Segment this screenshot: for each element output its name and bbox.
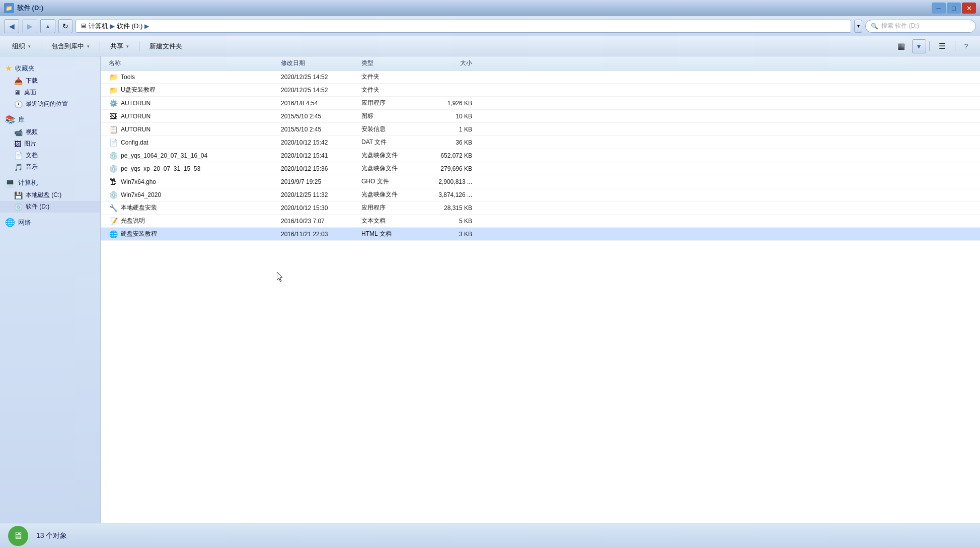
file-size-cell: 1 KB: [422, 126, 482, 133]
file-name-cell: 🌐 硬盘安装教程: [105, 230, 281, 239]
include-chevron: ▾: [87, 44, 90, 49]
statusbar: 🖥 13 个对象: [0, 523, 980, 548]
sidebar-item-downloads[interactable]: 📥 下载: [0, 75, 100, 87]
file-type-icon: 🖼: [109, 112, 118, 121]
software-disk-label: 软件 (D:): [26, 202, 49, 211]
file-rows-container: 📁 Tools 2020/12/25 14:52 文件夹 📁 U盘安装教程 20…: [101, 71, 980, 241]
toolbar-sep1: [41, 41, 41, 51]
sidebar-computer-section: 💻 计算机 💾 本地磁盘 (C:) 💿 软件 (D:): [0, 176, 100, 213]
forward-button[interactable]: ▶: [22, 19, 37, 33]
file-type-icon: 💿: [109, 190, 118, 199]
sidebar-favorites-header[interactable]: ★ 收藏夹: [0, 61, 100, 75]
file-size-cell: 3,874,126 ...: [422, 191, 482, 198]
minimize-button[interactable]: ─: [932, 3, 946, 14]
sidebar-library-header[interactable]: 📚 库: [0, 113, 100, 126]
back-button[interactable]: ◀: [4, 19, 19, 33]
close-button[interactable]: ✕: [962, 3, 976, 14]
table-row[interactable]: 📋 AUTORUN 2015/5/10 2:45 安装信息 1 KB: [101, 123, 980, 136]
file-date-cell: 2020/10/12 15:42: [281, 139, 361, 146]
organize-button[interactable]: 组织 ▾: [6, 39, 37, 54]
file-name-cell: 💿 pe_yqs_1064_20_07_31_16_04: [105, 151, 281, 160]
library-icon: 📚: [5, 115, 15, 124]
table-row[interactable]: 🔧 本地硬盘安装 2020/10/12 15:30 应用程序 28,315 KB: [101, 201, 980, 215]
table-row[interactable]: 🌐 硬盘安装教程 2016/11/21 22:03 HTML 文档 3 KB: [101, 228, 980, 241]
view-dropdown-button[interactable]: ▾: [912, 39, 926, 53]
file-type-cell: 应用程序: [361, 203, 422, 212]
file-type-cell: 光盘映像文件: [361, 190, 422, 199]
file-type-cell: GHO 文件: [361, 177, 422, 186]
sidebar-computer-header[interactable]: 💻 计算机: [0, 176, 100, 189]
help-label: ?: [964, 42, 968, 50]
window-icon: 📁: [4, 3, 14, 13]
sidebar-item-videos[interactable]: 📹 视频: [0, 126, 100, 138]
include-button[interactable]: 包含到库中 ▾: [45, 39, 96, 54]
col-header-name[interactable]: 名称: [105, 59, 281, 67]
sidebar-item-music[interactable]: 🎵 音乐: [0, 161, 100, 173]
table-row[interactable]: 📁 Tools 2020/12/25 14:52 文件夹: [101, 71, 980, 84]
file-name: AUTORUN: [121, 113, 150, 120]
table-row[interactable]: 🗜 Win7x64.gho 2019/9/7 19:25 GHO 文件 2,90…: [101, 175, 980, 188]
file-size-cell: 2,900,813 ...: [422, 178, 482, 185]
details-view-button[interactable]: ☰: [933, 39, 952, 54]
search-icon: 🔍: [871, 23, 878, 30]
table-row[interactable]: 🖼 AUTORUN 2015/5/10 2:45 图标 10 KB: [101, 110, 980, 123]
up-button[interactable]: ▲: [40, 19, 55, 33]
file-date-cell: 2020/12/25 14:52: [281, 87, 361, 94]
table-row[interactable]: 💿 pe_yqs_1064_20_07_31_16_04 2020/10/12 …: [101, 149, 980, 162]
file-date-cell: 2016/11/21 22:03: [281, 231, 361, 238]
downloads-label: 下载: [26, 77, 38, 85]
share-button[interactable]: 共享 ▾: [104, 39, 135, 54]
file-type-cell: 文本文档: [361, 217, 422, 225]
file-type-icon: 🌐: [109, 230, 118, 239]
status-count: 13 个对象: [36, 531, 67, 540]
table-row[interactable]: 💿 pe_yqs_xp_20_07_31_15_53 2020/10/12 15…: [101, 162, 980, 175]
new-folder-label: 新建文件夹: [149, 42, 182, 51]
address-path[interactable]: 🖥 计算机 ▶ 软件 (D:) ▶: [76, 20, 851, 33]
table-row[interactable]: 📄 Config.dat 2020/10/12 15:42 DAT 文件 36 …: [101, 136, 980, 149]
file-name-cell: 🔧 本地硬盘安装: [105, 203, 281, 213]
toolbar-sep4: [929, 41, 930, 51]
pictures-label: 图片: [24, 140, 36, 148]
downloads-icon: 📥: [14, 77, 23, 85]
filelist-header: 名称 修改日期 类型 大小: [101, 56, 980, 71]
docs-label: 文档: [26, 151, 38, 160]
maximize-button[interactable]: □: [947, 3, 961, 14]
file-type-icon: 📝: [109, 217, 118, 226]
software-disk-icon: 💿: [14, 203, 23, 211]
table-row[interactable]: ⚙️ AUTORUN 2016/1/8 4:54 应用程序 1,926 KB: [101, 97, 980, 110]
sidebar-network-header[interactable]: 🌐 网络: [0, 216, 100, 229]
file-name: Config.dat: [121, 139, 148, 146]
file-name-cell: 📄 Config.dat: [105, 138, 281, 147]
file-type-icon: 📁: [109, 73, 118, 82]
help-button[interactable]: ?: [958, 39, 974, 54]
sidebar-item-docs[interactable]: 📄 文档: [0, 150, 100, 161]
sidebar-item-local-disk[interactable]: 💾 本地磁盘 (C:): [0, 189, 100, 201]
col-header-type[interactable]: 类型: [361, 59, 422, 67]
search-box[interactable]: 🔍 搜索 软件 (D:): [865, 20, 976, 33]
sidebar-item-desktop[interactable]: 🖥 桌面: [0, 87, 100, 98]
file-name: 硬盘安装教程: [121, 230, 157, 238]
address-dropdown[interactable]: ▾: [854, 20, 862, 33]
table-row[interactable]: 💿 Win7x64_2020 2020/12/25 11:32 光盘映像文件 3…: [101, 188, 980, 201]
videos-icon: 📹: [14, 128, 23, 136]
col-header-date[interactable]: 修改日期: [281, 59, 361, 67]
refresh-button[interactable]: ↻: [58, 19, 72, 33]
organize-label: 组织: [12, 42, 25, 51]
addressbar: ◀ ▶ ▲ ↻ 🖥 计算机 ▶ 软件 (D:) ▶ ▾ 🔍 搜索 软件 (D:): [0, 16, 980, 36]
file-size-cell: 279,696 KB: [422, 165, 482, 172]
file-name: pe_yqs_1064_20_07_31_16_04: [121, 152, 207, 159]
file-name-cell: 📁 Tools: [105, 73, 281, 82]
sidebar-library-section: 📚 库 📹 视频 🖼 图片 📄 文档 🎵 音乐: [0, 113, 100, 173]
table-row[interactable]: 📝 光盘说明 2016/10/23 7:07 文本文档 5 KB: [101, 215, 980, 228]
local-disk-label: 本地磁盘 (C:): [26, 191, 61, 199]
file-type-icon: 📋: [109, 125, 118, 134]
sidebar-item-recent[interactable]: 🕐 最近访问的位置: [0, 98, 100, 110]
window-title: 软件 (D:): [17, 4, 43, 13]
network-icon: 🌐: [5, 218, 15, 227]
col-header-size[interactable]: 大小: [422, 59, 482, 67]
sidebar-item-pictures[interactable]: 🖼 图片: [0, 138, 100, 150]
sidebar-item-software-disk[interactable]: 💿 软件 (D:): [0, 201, 100, 213]
table-row[interactable]: 📁 U盘安装教程 2020/12/25 14:52 文件夹: [101, 84, 980, 97]
new-folder-button[interactable]: 新建文件夹: [143, 39, 188, 54]
view-toggle-button[interactable]: ▦: [891, 39, 911, 54]
